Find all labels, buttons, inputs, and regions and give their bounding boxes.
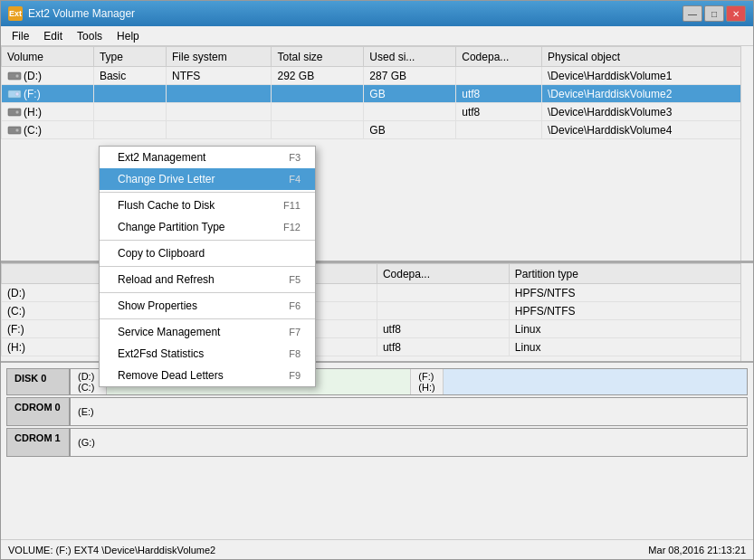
cell-type bbox=[93, 121, 166, 139]
window-controls: — □ ✕ bbox=[682, 5, 746, 22]
ctx-label: Service Management bbox=[118, 326, 220, 338]
ctx-shortcut: F8 bbox=[289, 348, 301, 359]
cell-codepage: utf8 bbox=[456, 103, 542, 121]
disk-partition-bar bbox=[102, 429, 747, 456]
cell-codepage bbox=[456, 121, 542, 139]
cell-total bbox=[272, 85, 364, 103]
ctx-show-properties[interactable]: Show Properties F6 bbox=[100, 295, 315, 317]
ctx-separator bbox=[100, 292, 315, 293]
ctx-change-drive-letter[interactable]: Change Drive Letter F4 bbox=[100, 168, 315, 190]
ctx-shortcut: F9 bbox=[289, 370, 301, 381]
table-row[interactable]: (F:) GB utf8 \Device\HarddiskVolume2 bbox=[2, 85, 753, 103]
cell-total bbox=[272, 103, 364, 121]
ctx-shortcut: F3 bbox=[289, 152, 301, 163]
ctx-ext2fsd-stats[interactable]: Ext2Fsd Statistics F8 bbox=[100, 343, 315, 365]
ctx-label: Change Drive Letter bbox=[118, 173, 215, 185]
menu-edit[interactable]: Edit bbox=[36, 28, 70, 44]
cell-codepage bbox=[456, 67, 542, 85]
ctx-separator bbox=[100, 266, 315, 267]
svg-point-7 bbox=[15, 128, 19, 132]
cell-p-parttype: HPFS/NTFS bbox=[509, 302, 752, 320]
disk-label: DISK 0 bbox=[7, 369, 71, 394]
cell-p-parttype: HPFS/NTFS bbox=[509, 284, 752, 302]
cell-p-parttype: Linux bbox=[509, 338, 752, 356]
col-p-parttype: Partition type bbox=[509, 264, 752, 284]
cell-used: GB bbox=[364, 121, 456, 139]
ctx-label: Ext2Fsd Statistics bbox=[118, 347, 204, 360]
disk-label: CDROM 0 bbox=[7, 398, 71, 425]
ctx-change-partition[interactable]: Change Partition Type F12 bbox=[100, 216, 315, 238]
col-total: Total size bbox=[272, 47, 364, 67]
cell-p-parttype: Linux bbox=[509, 320, 752, 338]
menu-file[interactable]: File bbox=[5, 28, 36, 44]
menu-tools[interactable]: Tools bbox=[70, 28, 110, 44]
ctx-label: Copy to Clipboard bbox=[118, 247, 205, 260]
disk-partition-bar2 bbox=[444, 369, 747, 394]
ctx-label: Flush Cache to Disk bbox=[118, 199, 215, 212]
ctx-separator bbox=[100, 240, 315, 241]
ctx-shortcut: F11 bbox=[283, 200, 301, 211]
cell-p-code: utf8 bbox=[377, 338, 509, 356]
ctx-label: Remove Dead Letters bbox=[118, 369, 224, 382]
col-volume: Volume bbox=[2, 47, 94, 67]
bottom-table-scrollbar[interactable] bbox=[740, 263, 753, 361]
disk-partition-bar bbox=[101, 398, 747, 425]
cell-used bbox=[364, 103, 456, 121]
cell-volume: (F:) bbox=[2, 85, 94, 103]
ctx-copy-clipboard[interactable]: Copy to Clipboard bbox=[100, 242, 315, 264]
ctx-service-management[interactable]: Service Management F7 bbox=[100, 321, 315, 343]
cell-codepage: utf8 bbox=[456, 85, 542, 103]
disk-entry: (G:) bbox=[71, 435, 102, 450]
menu-bar: File Edit Tools Help bbox=[1, 26, 753, 46]
table-row[interactable]: (C:) GB \Device\HarddiskVolume4 bbox=[2, 121, 753, 139]
maximize-button[interactable]: □ bbox=[704, 5, 724, 22]
cell-fs bbox=[166, 103, 271, 121]
ctx-label: Reload and Refresh bbox=[118, 273, 215, 286]
cell-fs bbox=[166, 85, 271, 103]
cell-volume: (C:) bbox=[2, 121, 94, 139]
status-left: VOLUME: (F:) EXT4 \Device\HarddiskVolume… bbox=[8, 545, 215, 555]
main-window: Ext Ext2 Volume Manager — □ ✕ File Edit … bbox=[0, 0, 754, 560]
volume-table: Volume Type File system Total size Used … bbox=[1, 46, 753, 139]
cell-type bbox=[93, 85, 166, 103]
disk-section-cdrom1: CDROM 1 (G:) bbox=[1, 428, 753, 457]
cell-volume: (H:) bbox=[2, 103, 94, 121]
context-menu: Ext2 Management F3 Change Drive Letter F… bbox=[99, 146, 316, 387]
cell-volume: (D:) bbox=[2, 67, 94, 85]
ctx-label: Show Properties bbox=[118, 299, 197, 312]
cell-physical: \Device\HarddiskVolume2 bbox=[541, 85, 752, 103]
cell-p-code bbox=[377, 284, 509, 302]
cell-fs bbox=[166, 121, 271, 139]
cell-p-code bbox=[377, 302, 509, 320]
hdd-icon bbox=[7, 125, 22, 136]
main-content: Volume Type File system Total size Used … bbox=[1, 46, 753, 539]
hdd-icon bbox=[7, 71, 22, 81]
window-title: Ext2 Volume Manager bbox=[28, 7, 682, 20]
svg-point-1 bbox=[15, 74, 19, 78]
cell-used: 287 GB bbox=[364, 67, 456, 85]
svg-point-5 bbox=[15, 110, 19, 114]
disk-entry: (F:)(H:) bbox=[411, 369, 443, 394]
ctx-remove-dead-letters[interactable]: Remove Dead Letters F9 bbox=[100, 365, 315, 386]
col-codepage: Codepa... bbox=[456, 47, 542, 67]
ctx-reload-refresh[interactable]: Reload and Refresh F5 bbox=[100, 269, 315, 290]
disk-entry: (E:) bbox=[71, 404, 101, 419]
table-row[interactable]: (D:) Basic NTFS 292 GB 287 GB \Device\Ha… bbox=[2, 67, 753, 85]
col-filesystem: File system bbox=[166, 47, 271, 67]
ctx-ext2-management[interactable]: Ext2 Management F3 bbox=[100, 147, 315, 168]
hdd-icon bbox=[7, 107, 22, 118]
col-used: Used si... bbox=[364, 47, 456, 67]
ctx-separator bbox=[100, 192, 315, 193]
ctx-shortcut: F7 bbox=[289, 327, 301, 337]
close-button[interactable]: ✕ bbox=[726, 5, 746, 22]
status-right: Mar 08,2016 21:13:21 bbox=[648, 545, 746, 555]
menu-help[interactable]: Help bbox=[110, 28, 147, 44]
minimize-button[interactable]: — bbox=[682, 5, 702, 22]
title-bar: Ext Ext2 Volume Manager — □ ✕ bbox=[1, 1, 753, 26]
top-table-scrollbar[interactable] bbox=[740, 46, 753, 261]
status-bar: VOLUME: (F:) EXT4 \Device\HarddiskVolume… bbox=[1, 539, 753, 559]
table-row[interactable]: (H:) utf8 \Device\HarddiskVolume3 bbox=[2, 103, 753, 121]
ctx-label: Change Partition Type bbox=[118, 221, 225, 233]
ctx-separator bbox=[100, 318, 315, 319]
ctx-flush-cache[interactable]: Flush Cache to Disk F11 bbox=[100, 195, 315, 216]
